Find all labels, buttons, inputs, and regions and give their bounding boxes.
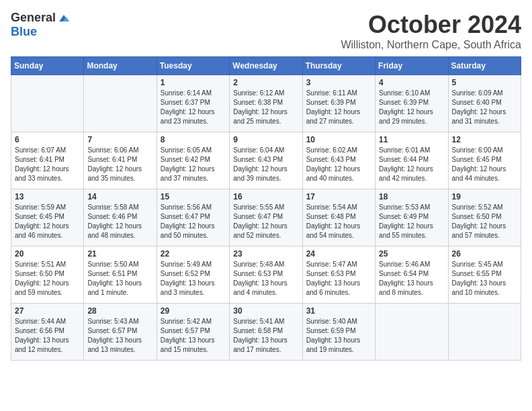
day-info: Sunrise: 5:41 AMSunset: 6:58 PMDaylight:… xyxy=(233,317,298,355)
calendar-cell: 2Sunrise: 6:12 AMSunset: 6:38 PMDaylight… xyxy=(230,75,302,132)
logo: General Blue xyxy=(11,11,71,39)
day-info: Sunrise: 5:46 AMSunset: 6:54 PMDaylight:… xyxy=(379,260,444,298)
day-info: Sunrise: 5:52 AMSunset: 6:50 PMDaylight:… xyxy=(452,203,517,240)
day-number: 1 xyxy=(161,78,226,87)
calendar-cell xyxy=(11,75,84,132)
day-number: 18 xyxy=(379,192,444,201)
day-of-week-header: Wednesday xyxy=(230,57,302,75)
page-header: General Blue October 2024 Williston, Nor… xyxy=(11,11,521,51)
calendar-cell: 11Sunrise: 6:01 AMSunset: 6:44 PMDayligh… xyxy=(375,132,448,189)
day-number: 10 xyxy=(306,135,371,144)
day-number: 23 xyxy=(233,249,298,259)
day-info: Sunrise: 5:49 AMSunset: 6:52 PMDaylight:… xyxy=(161,260,226,298)
calendar-cell xyxy=(375,304,448,361)
day-number: 22 xyxy=(161,249,226,259)
day-number: 21 xyxy=(87,249,152,259)
day-number: 13 xyxy=(15,192,80,201)
day-of-week-header: Friday xyxy=(375,57,448,75)
day-number: 6 xyxy=(15,135,80,144)
logo-general-text: General xyxy=(11,11,56,25)
day-info: Sunrise: 5:54 AMSunset: 6:48 PMDaylight:… xyxy=(306,203,371,240)
day-info: Sunrise: 6:06 AMSunset: 6:41 PMDaylight:… xyxy=(87,146,152,183)
calendar-cell: 28Sunrise: 5:43 AMSunset: 6:57 PMDayligh… xyxy=(84,304,157,361)
calendar-week-row: 20Sunrise: 5:51 AMSunset: 6:50 PMDayligh… xyxy=(11,246,521,304)
day-number: 30 xyxy=(233,306,298,316)
day-info: Sunrise: 6:12 AMSunset: 6:38 PMDaylight:… xyxy=(233,89,298,126)
day-number: 7 xyxy=(87,135,152,144)
calendar-cell: 27Sunrise: 5:44 AMSunset: 6:56 PMDayligh… xyxy=(11,304,84,361)
day-info: Sunrise: 5:42 AMSunset: 6:57 PMDaylight:… xyxy=(161,317,226,355)
day-number: 3 xyxy=(306,78,371,87)
calendar-cell: 25Sunrise: 5:46 AMSunset: 6:54 PMDayligh… xyxy=(375,246,448,304)
calendar-header-row: SundayMondayTuesdayWednesdayThursdayFrid… xyxy=(11,57,521,75)
day-info: Sunrise: 6:09 AMSunset: 6:40 PMDaylight:… xyxy=(452,89,517,126)
calendar-cell: 18Sunrise: 5:53 AMSunset: 6:49 PMDayligh… xyxy=(375,189,448,246)
calendar-cell: 30Sunrise: 5:41 AMSunset: 6:58 PMDayligh… xyxy=(230,304,302,361)
day-number: 25 xyxy=(379,249,444,259)
calendar-cell: 12Sunrise: 6:00 AMSunset: 6:45 PMDayligh… xyxy=(448,132,521,189)
day-number: 15 xyxy=(161,192,226,201)
calendar-cell: 21Sunrise: 5:50 AMSunset: 6:51 PMDayligh… xyxy=(84,246,157,304)
calendar-cell: 10Sunrise: 6:02 AMSunset: 6:43 PMDayligh… xyxy=(302,132,375,189)
day-number: 27 xyxy=(15,306,80,316)
day-info: Sunrise: 5:50 AMSunset: 6:51 PMDaylight:… xyxy=(87,260,152,298)
day-info: Sunrise: 6:07 AMSunset: 6:41 PMDaylight:… xyxy=(15,146,80,183)
day-info: Sunrise: 6:10 AMSunset: 6:39 PMDaylight:… xyxy=(379,89,444,126)
calendar-week-row: 6Sunrise: 6:07 AMSunset: 6:41 PMDaylight… xyxy=(11,132,521,189)
day-info: Sunrise: 5:51 AMSunset: 6:50 PMDaylight:… xyxy=(15,260,80,298)
calendar-week-row: 1Sunrise: 6:14 AMSunset: 6:37 PMDaylight… xyxy=(11,75,521,132)
day-of-week-header: Saturday xyxy=(448,57,521,75)
day-info: Sunrise: 6:02 AMSunset: 6:43 PMDaylight:… xyxy=(306,146,371,183)
calendar-cell: 20Sunrise: 5:51 AMSunset: 6:50 PMDayligh… xyxy=(11,246,84,304)
day-info: Sunrise: 5:44 AMSunset: 6:56 PMDaylight:… xyxy=(15,317,80,355)
calendar-cell xyxy=(84,75,157,132)
day-number: 28 xyxy=(87,306,152,316)
day-number: 5 xyxy=(452,78,517,87)
calendar-cell: 17Sunrise: 5:54 AMSunset: 6:48 PMDayligh… xyxy=(302,189,375,246)
day-of-week-header: Monday xyxy=(84,57,157,75)
calendar-week-row: 13Sunrise: 5:59 AMSunset: 6:45 PMDayligh… xyxy=(11,189,521,246)
day-number: 9 xyxy=(233,135,298,144)
day-info: Sunrise: 6:00 AMSunset: 6:45 PMDaylight:… xyxy=(452,146,517,183)
calendar-cell: 8Sunrise: 6:05 AMSunset: 6:42 PMDaylight… xyxy=(157,132,229,189)
day-info: Sunrise: 5:45 AMSunset: 6:55 PMDaylight:… xyxy=(452,260,517,298)
day-info: Sunrise: 5:48 AMSunset: 6:53 PMDaylight:… xyxy=(233,260,298,298)
calendar-cell: 26Sunrise: 5:45 AMSunset: 6:55 PMDayligh… xyxy=(448,246,521,304)
day-number: 20 xyxy=(15,249,80,259)
calendar-cell: 15Sunrise: 5:56 AMSunset: 6:47 PMDayligh… xyxy=(157,189,229,246)
day-info: Sunrise: 5:55 AMSunset: 6:47 PMDaylight:… xyxy=(233,203,298,240)
day-number: 29 xyxy=(161,306,226,316)
calendar-cell: 1Sunrise: 6:14 AMSunset: 6:37 PMDaylight… xyxy=(157,75,229,132)
day-info: Sunrise: 5:40 AMSunset: 6:59 PMDaylight:… xyxy=(306,317,371,355)
day-number: 24 xyxy=(306,249,371,259)
day-number: 17 xyxy=(306,192,371,201)
day-number: 16 xyxy=(233,192,298,201)
day-info: Sunrise: 5:56 AMSunset: 6:47 PMDaylight:… xyxy=(161,203,226,240)
day-of-week-header: Sunday xyxy=(11,57,84,75)
calendar-cell: 7Sunrise: 6:06 AMSunset: 6:41 PMDaylight… xyxy=(84,132,157,189)
calendar-week-row: 27Sunrise: 5:44 AMSunset: 6:56 PMDayligh… xyxy=(11,304,521,361)
day-number: 8 xyxy=(161,135,226,144)
day-info: Sunrise: 6:14 AMSunset: 6:37 PMDaylight:… xyxy=(161,89,226,126)
subtitle: Williston, Northern Cape, South Africa xyxy=(341,39,521,51)
calendar-cell: 23Sunrise: 5:48 AMSunset: 6:53 PMDayligh… xyxy=(230,246,302,304)
calendar-cell: 24Sunrise: 5:47 AMSunset: 6:53 PMDayligh… xyxy=(302,246,375,304)
day-info: Sunrise: 6:04 AMSunset: 6:43 PMDaylight:… xyxy=(233,146,298,183)
calendar-cell: 5Sunrise: 6:09 AMSunset: 6:40 PMDaylight… xyxy=(448,75,521,132)
calendar-cell: 13Sunrise: 5:59 AMSunset: 6:45 PMDayligh… xyxy=(11,189,84,246)
day-info: Sunrise: 5:47 AMSunset: 6:53 PMDaylight:… xyxy=(306,260,371,298)
day-number: 12 xyxy=(452,135,517,144)
logo-icon xyxy=(57,11,71,25)
day-number: 31 xyxy=(306,306,371,316)
calendar-cell: 19Sunrise: 5:52 AMSunset: 6:50 PMDayligh… xyxy=(448,189,521,246)
day-number: 14 xyxy=(87,192,152,201)
day-info: Sunrise: 5:43 AMSunset: 6:57 PMDaylight:… xyxy=(87,317,152,355)
day-info: Sunrise: 6:05 AMSunset: 6:42 PMDaylight:… xyxy=(161,146,226,183)
calendar-cell: 3Sunrise: 6:11 AMSunset: 6:39 PMDaylight… xyxy=(302,75,375,132)
day-info: Sunrise: 6:01 AMSunset: 6:44 PMDaylight:… xyxy=(379,146,444,183)
calendar-table: SundayMondayTuesdayWednesdayThursdayFrid… xyxy=(11,56,521,361)
day-of-week-header: Thursday xyxy=(302,57,375,75)
day-info: Sunrise: 5:58 AMSunset: 6:46 PMDaylight:… xyxy=(87,203,152,240)
day-info: Sunrise: 6:11 AMSunset: 6:39 PMDaylight:… xyxy=(306,89,371,126)
day-number: 11 xyxy=(379,135,444,144)
